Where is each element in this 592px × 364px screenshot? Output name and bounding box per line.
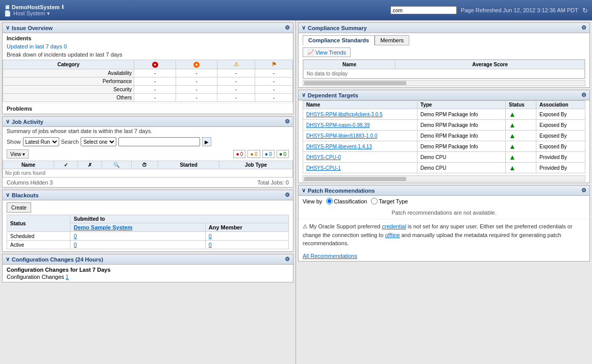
dep-association-cell: Provided By	[536, 163, 585, 173]
issue-overview-gear[interactable]: ⚙	[285, 24, 290, 31]
col-category: Category	[3, 60, 134, 69]
col-warning-icon: ⚠	[217, 60, 255, 69]
issue-overview-collapse[interactable]: ∨	[6, 24, 10, 31]
dep-association-cell: Exposed By	[536, 141, 585, 152]
total-jobs: Total Jobs: 0	[257, 179, 289, 186]
no-jobs-text: No job runs found	[3, 169, 293, 177]
patch-collapse[interactable]: ∨	[302, 187, 306, 194]
patch-gear[interactable]: ⚙	[581, 187, 586, 194]
job-activity-header: ∨ Job Activity ⚙	[3, 117, 293, 127]
table-row: Others - - - -	[3, 94, 293, 102]
dep-type-cell: Demo RPM Package Info	[417, 141, 505, 152]
job-activity-collapse[interactable]: ∨	[6, 118, 10, 125]
issue-overview-title: Issue Overview	[12, 25, 53, 31]
config-changes-label: Configuration Changes	[7, 274, 64, 280]
col-flag-icon: ⚑	[255, 60, 293, 69]
patch-classification-radio[interactable]	[326, 198, 333, 204]
compliance-scroll-thumb[interactable]	[304, 81, 406, 85]
dep-name-cell[interactable]: DHSYS-RPM-nasm-0.98.39	[303, 120, 417, 131]
col-error-icon: ●	[176, 60, 217, 69]
active-any-val: 0	[205, 241, 288, 249]
dep-name-cell[interactable]: DHSYS-RPM-libdhcp4client-3.0.5	[303, 109, 417, 120]
compliance-summary-header-left: ∨ Compliance Summary	[302, 24, 367, 31]
flag-icon: ⚑	[272, 61, 277, 67]
config-changes-value[interactable]: 1	[66, 274, 69, 280]
category-performance: Performance	[3, 77, 134, 86]
job-search-input[interactable]	[118, 137, 200, 146]
dependent-targets-collapse[interactable]: ∨	[302, 92, 306, 98]
patch-warning-prefix: My Oracle Support preferred	[309, 223, 382, 229]
status-up-icon: ▲	[509, 153, 516, 161]
refresh-icon[interactable]: ↻	[582, 7, 588, 14]
category-security: Security	[3, 86, 134, 94]
problems-title: Problems	[3, 103, 293, 114]
job-go-button[interactable]: ▶	[202, 137, 211, 146]
tab-compliance-standards[interactable]: Compliance Standards	[303, 35, 375, 45]
dep-name-cell[interactable]: DHSYS-CPU-1	[303, 163, 417, 173]
dep-type-cell: Demo CPU	[417, 163, 505, 173]
host-dropdown-arrow[interactable]: ▾	[47, 10, 50, 17]
patch-warning: ⚠ My Oracle Support preferred credential…	[299, 219, 589, 251]
blackouts-gear[interactable]: ⚙	[285, 192, 290, 198]
patch-recommendations-header-left: ∨ Patch Recommendations	[302, 187, 375, 194]
blackouts-content: Create Status Submitted to Demo Sample S…	[3, 200, 293, 251]
credential-link[interactable]: credential	[382, 223, 406, 229]
job-summary-text: Summary of jobs whose start date is with…	[3, 127, 293, 135]
view-trends-icon: 📈	[307, 49, 314, 56]
blackouts-header-left: ∨ Blackouts	[6, 192, 39, 198]
dependent-targets-table: Name Type Status Association DHSYS-RPM-l…	[303, 100, 585, 173]
config-changes-gear[interactable]: ⚙	[285, 256, 290, 263]
dep-association-cell: Exposed By	[536, 131, 585, 141]
config-changes-collapse[interactable]: ∨	[6, 256, 10, 263]
dep-name-cell[interactable]: DHSYS-RPM-libiec61883-1.0.0	[303, 131, 417, 141]
view-trends-button[interactable]: 📈 View Trends	[303, 47, 351, 57]
status-badge-green: ● 0	[277, 150, 289, 158]
patch-classification-text: Classification	[334, 198, 367, 204]
dependent-targets-gear[interactable]: ⚙	[581, 92, 586, 98]
dep-association-cell: Provided By	[536, 152, 585, 163]
app-title-row: 🖥 DemoHostSystem ℹ	[4, 4, 390, 10]
error-icon: ●	[193, 62, 200, 68]
other-error: -	[176, 94, 217, 102]
create-blackout-button[interactable]: Create	[7, 202, 31, 213]
patch-recommendations-content: View by Classification Target Type Patch…	[299, 196, 589, 261]
show-select[interactable]: Latest Run	[23, 137, 59, 146]
dependent-targets-content: Name Type Status Association DHSYS-RPM-l…	[299, 100, 589, 183]
dep-name-cell[interactable]: DHSYS-CPU-0	[303, 152, 417, 163]
status-badge-orange: ● 0	[248, 150, 260, 158]
job-activity-gear[interactable]: ⚙	[285, 118, 290, 125]
info-icon[interactable]: ℹ	[62, 4, 64, 10]
comp-col-name: Name	[304, 60, 396, 69]
all-recommendations-link[interactable]: All Recommendations	[299, 251, 589, 261]
dep-association-cell: Exposed By	[536, 120, 585, 131]
columns-hidden: Columns Hidden 3	[7, 179, 53, 186]
tab-members[interactable]: Members	[375, 35, 409, 45]
blackouts-table: Status Submitted to Demo Sample System A…	[7, 215, 289, 249]
top-bar: 🖥 DemoHostSystem ℹ 📄 Host System ▾ Page …	[0, 0, 592, 20]
compliance-collapse[interactable]: ∨	[302, 24, 306, 31]
global-search-input[interactable]	[390, 6, 457, 14]
view-button[interactable]: View ▾	[7, 149, 29, 159]
patch-classification-label[interactable]: Classification	[326, 198, 367, 204]
dep-scroll-thumb[interactable]	[304, 177, 406, 181]
job-activity-title: Job Activity	[12, 119, 43, 125]
patch-target-type-radio[interactable]	[371, 198, 378, 204]
blackouts-collapse[interactable]: ∨	[6, 192, 10, 198]
table-row: Performance - - - -	[3, 77, 293, 86]
patch-recommendations-header: ∨ Patch Recommendations ⚙	[299, 186, 589, 196]
job-col-type: Job Type	[219, 161, 293, 169]
host-system-nav[interactable]: 📄 Host System ▾	[4, 10, 390, 17]
search-select[interactable]: Select one	[81, 137, 116, 146]
compliance-gear[interactable]: ⚙	[581, 24, 586, 31]
config-changes-section: ∨ Configuration Changes (24 Hours) ⚙ Con…	[2, 254, 293, 282]
issue-overview-header: ∨ Issue Overview ⚙	[3, 23, 293, 33]
dep-col-name: Name	[303, 101, 417, 109]
demo-sample-link[interactable]: Demo Sample System	[73, 224, 132, 230]
patch-target-type-label[interactable]: Target Type	[371, 198, 408, 204]
table-row: No job runs found	[3, 169, 293, 177]
dep-name-cell[interactable]: DHSYS-RPM-libevent-1.4.13	[303, 141, 417, 152]
offline-link[interactable]: offline	[385, 232, 400, 238]
compliance-scroll-bar[interactable]	[303, 80, 585, 86]
job-col-check: ✓	[54, 161, 78, 169]
dep-scroll-bar[interactable]	[303, 175, 585, 181]
